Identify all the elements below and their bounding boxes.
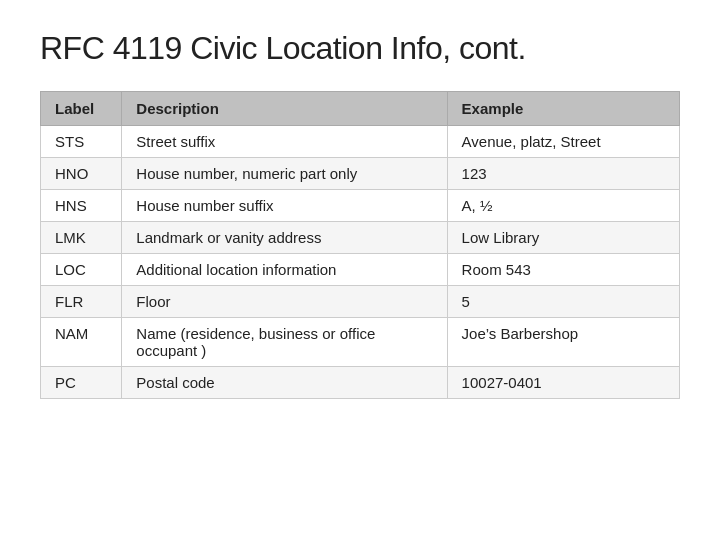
header-description: Description [122, 92, 447, 126]
cell-label: LMK [41, 222, 122, 254]
cell-example: Joe’s Barbershop [447, 318, 679, 367]
cell-example: 5 [447, 286, 679, 318]
cell-label: STS [41, 126, 122, 158]
cell-description: Floor [122, 286, 447, 318]
cell-description: Postal code [122, 367, 447, 399]
cell-example: 123 [447, 158, 679, 190]
table-body: STSStreet suffixAvenue, platz, StreetHNO… [41, 126, 680, 399]
table-row: NAMName (residence, business or office o… [41, 318, 680, 367]
table-row: LMKLandmark or vanity addressLow Library [41, 222, 680, 254]
header-example: Example [447, 92, 679, 126]
table-row: HNOHouse number, numeric part only123 [41, 158, 680, 190]
table-row: LOCAdditional location informationRoom 5… [41, 254, 680, 286]
cell-example: A, ½ [447, 190, 679, 222]
cell-description: Additional location information [122, 254, 447, 286]
cell-example: Room 543 [447, 254, 679, 286]
table-row: FLRFloor5 [41, 286, 680, 318]
page: RFC 4119 Civic Location Info, cont. Labe… [0, 0, 720, 419]
table-row: HNSHouse number suffixA, ½ [41, 190, 680, 222]
table-header-row: Label Description Example [41, 92, 680, 126]
cell-label: NAM [41, 318, 122, 367]
cell-label: LOC [41, 254, 122, 286]
cell-example: Avenue, platz, Street [447, 126, 679, 158]
cell-description: Landmark or vanity address [122, 222, 447, 254]
page-title: RFC 4119 Civic Location Info, cont. [40, 30, 680, 67]
cell-description: Street suffix [122, 126, 447, 158]
cell-description: House number, numeric part only [122, 158, 447, 190]
cell-label: HNS [41, 190, 122, 222]
data-table: Label Description Example STSStreet suff… [40, 91, 680, 399]
cell-description: House number suffix [122, 190, 447, 222]
table-row: STSStreet suffixAvenue, platz, Street [41, 126, 680, 158]
cell-label: FLR [41, 286, 122, 318]
cell-example: Low Library [447, 222, 679, 254]
cell-label: HNO [41, 158, 122, 190]
cell-example: 10027-0401 [447, 367, 679, 399]
cell-label: PC [41, 367, 122, 399]
cell-description: Name (residence, business or office occu… [122, 318, 447, 367]
header-label: Label [41, 92, 122, 126]
table-row: PCPostal code10027-0401 [41, 367, 680, 399]
